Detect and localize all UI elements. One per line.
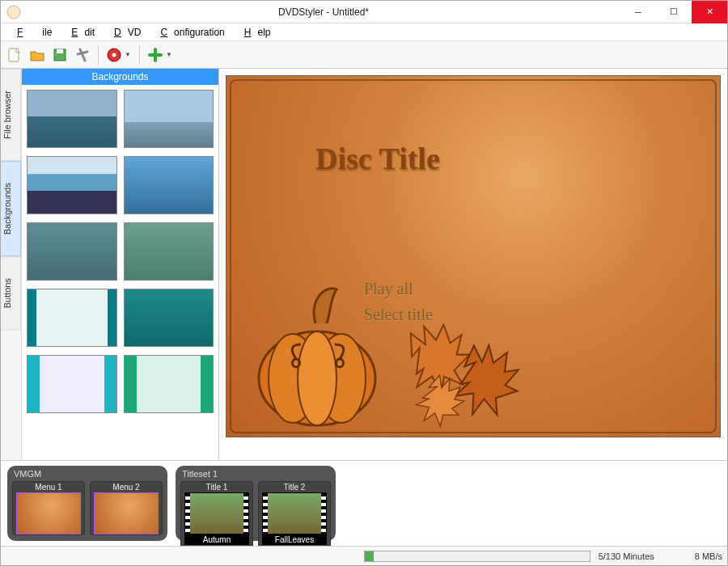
library-panel: Backgrounds bbox=[22, 69, 219, 460]
menu-dvd[interactable]: DVD bbox=[101, 25, 147, 40]
menubar: File Edit DVD Configuration Help bbox=[1, 23, 727, 41]
burn-dropdown-icon[interactable]: ▼ bbox=[125, 51, 131, 58]
burn-button[interactable] bbox=[104, 44, 125, 65]
close-button[interactable]: ✕ bbox=[692, 1, 727, 23]
background-thumb[interactable] bbox=[27, 156, 117, 214]
timeline-item-thumb bbox=[16, 492, 81, 534]
statusbar: 5/130 Minutes 8 MB/s bbox=[1, 546, 727, 565]
minutes-label: 5/130 Minutes bbox=[599, 551, 654, 561]
background-thumb[interactable] bbox=[27, 90, 117, 148]
bitrate-label: 8 MB/s bbox=[695, 551, 722, 561]
titlebar: DVDStyler - Untitled* ─ ☐ ✕ bbox=[1, 1, 727, 23]
disc-title-text[interactable]: Disc Title bbox=[315, 141, 440, 176]
svg-point-0 bbox=[7, 6, 20, 19]
menu-edit[interactable]: Edit bbox=[58, 25, 101, 40]
background-thumb[interactable] bbox=[124, 222, 214, 281]
timeline-group-header: VMGM bbox=[12, 469, 163, 481]
settings-button[interactable] bbox=[72, 44, 93, 65]
toolbar: ▼ ▼ bbox=[1, 41, 727, 69]
background-thumb[interactable] bbox=[27, 222, 117, 281]
maximize-button[interactable]: ☐ bbox=[656, 1, 692, 23]
timeline-item-thumb bbox=[262, 492, 327, 534]
pumpkin-graphic bbox=[252, 275, 382, 429]
side-tab-file-browser[interactable]: File browser bbox=[1, 69, 21, 161]
main-area: File browser Backgrounds Buttons Backgro… bbox=[1, 69, 727, 460]
toolbar-separator bbox=[139, 45, 140, 65]
burn-disc-icon bbox=[106, 47, 122, 63]
timeline[interactable]: VMGMMenu 1Menu 2Titleset 1Title 1AutumnT… bbox=[1, 460, 727, 546]
minimize-button[interactable]: ─ bbox=[620, 1, 656, 23]
toolbar-separator bbox=[98, 45, 99, 65]
timeline-item-thumb bbox=[94, 492, 159, 534]
disc-usage-fill bbox=[365, 551, 374, 561]
window-title: DVDStyler - Untitled* bbox=[27, 6, 620, 18]
disc-usage-progress bbox=[364, 551, 590, 562]
new-project-icon bbox=[6, 47, 23, 63]
timeline-item-foot: Autumn bbox=[184, 534, 249, 545]
add-button[interactable] bbox=[145, 44, 166, 65]
save-button[interactable] bbox=[49, 44, 70, 65]
background-thumb[interactable] bbox=[27, 289, 117, 347]
side-tab-label: File browser bbox=[2, 91, 12, 139]
open-icon bbox=[29, 47, 45, 63]
background-thumb[interactable] bbox=[124, 90, 214, 148]
background-thumb-grid[interactable] bbox=[22, 85, 218, 460]
add-icon bbox=[147, 47, 163, 63]
timeline-item-thumb bbox=[184, 492, 249, 534]
background-thumb[interactable] bbox=[124, 355, 214, 413]
open-button[interactable] bbox=[27, 44, 48, 65]
app-icon bbox=[6, 4, 22, 20]
svg-point-5 bbox=[112, 53, 116, 57]
timeline-menu-item[interactable]: Menu 2 bbox=[90, 481, 163, 535]
background-thumb[interactable] bbox=[124, 156, 214, 214]
side-tab-label: Buttons bbox=[2, 278, 12, 308]
timeline-group-header: Titleset 1 bbox=[180, 469, 331, 481]
side-tabs: File browser Backgrounds Buttons bbox=[1, 69, 22, 460]
background-thumb[interactable] bbox=[27, 355, 117, 413]
settings-icon bbox=[74, 47, 91, 63]
save-icon bbox=[52, 47, 68, 63]
background-thumb[interactable] bbox=[124, 289, 214, 347]
new-project-button[interactable] bbox=[4, 44, 25, 65]
svg-rect-1 bbox=[9, 49, 19, 61]
timeline-menu-item[interactable]: Menu 1 bbox=[12, 481, 85, 535]
side-tab-backgrounds[interactable]: Backgrounds bbox=[1, 161, 21, 256]
timeline-item-foot: FallLeaves bbox=[262, 534, 327, 545]
timeline-title-item[interactable]: Title 1Autumn bbox=[180, 481, 253, 548]
menu-config[interactable]: Configuration bbox=[147, 25, 231, 40]
library-header: Backgrounds bbox=[22, 69, 218, 85]
side-tab-buttons[interactable]: Buttons bbox=[1, 256, 21, 330]
add-dropdown-icon[interactable]: ▼ bbox=[166, 51, 172, 58]
timeline-item-head: Title 2 bbox=[259, 482, 330, 492]
side-tab-label: Backgrounds bbox=[2, 183, 12, 234]
timeline-title-item[interactable]: Title 2FallLeaves bbox=[258, 481, 331, 548]
timeline-item-head: Menu 1 bbox=[13, 482, 84, 492]
timeline-group: Titleset 1Title 1AutumnTitle 2FallLeaves bbox=[176, 466, 336, 541]
menu-help[interactable]: Help bbox=[231, 25, 277, 40]
timeline-item-head: Title 1 bbox=[181, 482, 252, 492]
timeline-item-head: Menu 2 bbox=[91, 482, 162, 492]
menu-canvas[interactable]: Disc Title Play all Select title bbox=[226, 75, 721, 437]
timeline-group: VMGMMenu 1Menu 2 bbox=[7, 466, 167, 541]
svg-point-9 bbox=[298, 332, 336, 425]
maple-leaves-graphic bbox=[374, 310, 560, 432]
svg-rect-3 bbox=[57, 49, 63, 53]
preview-pane: Disc Title Play all Select title bbox=[219, 69, 727, 460]
menu-file[interactable]: File bbox=[4, 25, 58, 40]
